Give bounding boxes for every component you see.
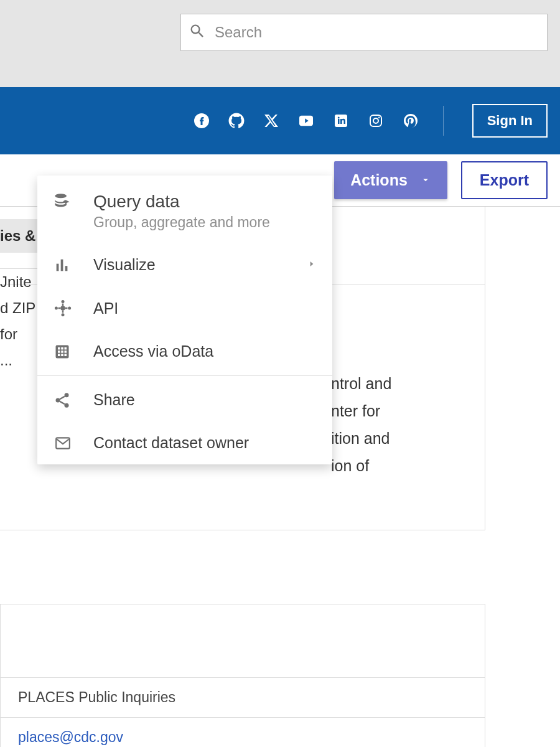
menu-divider bbox=[37, 375, 332, 376]
export-button[interactable]: Export bbox=[461, 161, 548, 199]
menu-query-title: Query data bbox=[93, 192, 316, 212]
github-icon[interactable] bbox=[228, 112, 245, 129]
actions-button[interactable]: Actions bbox=[334, 161, 447, 199]
banner: Sign In bbox=[0, 87, 560, 154]
menu-api-label: API bbox=[93, 299, 316, 317]
contact-header-spacer bbox=[1, 604, 485, 678]
svg-point-12 bbox=[62, 300, 65, 303]
menu-item-query[interactable]: Query data Group, aggregate and more bbox=[37, 176, 332, 243]
svg-point-14 bbox=[55, 307, 58, 310]
database-icon bbox=[54, 192, 76, 210]
grid-icon bbox=[54, 343, 76, 360]
sign-in-button[interactable]: Sign In bbox=[472, 104, 548, 138]
svg-point-11 bbox=[60, 306, 65, 311]
svg-point-4 bbox=[373, 118, 378, 123]
linkedin-icon[interactable] bbox=[332, 112, 350, 129]
svg-point-27 bbox=[56, 398, 60, 402]
svg-point-7 bbox=[55, 194, 67, 198]
svg-point-15 bbox=[68, 307, 71, 310]
pinterest-icon[interactable] bbox=[402, 112, 419, 129]
svg-rect-8 bbox=[57, 263, 59, 271]
svg-rect-24 bbox=[61, 354, 63, 356]
contact-email[interactable]: places@cdc.gov bbox=[1, 718, 485, 747]
chart-bar-icon bbox=[54, 256, 76, 274]
search-input[interactable] bbox=[215, 24, 539, 41]
menu-item-api[interactable]: API bbox=[37, 286, 332, 330]
svg-rect-19 bbox=[65, 347, 67, 350]
actions-dropdown: Query data Group, aggregate and more Vis… bbox=[37, 176, 332, 464]
category-chip[interactable]: ies & bbox=[0, 219, 39, 253]
menu-odata-label: Access via oData bbox=[93, 342, 316, 360]
right-text-fragment: ntrol and nter for ition and ion of bbox=[331, 370, 391, 479]
top-search-area bbox=[0, 0, 560, 87]
x-icon[interactable] bbox=[263, 112, 280, 129]
contact-name: PLACES Public Inquiries bbox=[1, 678, 485, 718]
menu-share-label: Share bbox=[93, 391, 316, 409]
search-box[interactable] bbox=[180, 14, 548, 51]
svg-rect-25 bbox=[65, 354, 67, 356]
share-icon bbox=[54, 392, 76, 409]
left-text-fragment: ies & Jnite d ZIP for ... bbox=[0, 219, 39, 374]
svg-rect-10 bbox=[65, 266, 68, 271]
menu-item-odata[interactable]: Access via oData bbox=[37, 330, 332, 373]
svg-rect-17 bbox=[58, 347, 60, 350]
svg-rect-22 bbox=[65, 350, 67, 353]
instagram-icon[interactable] bbox=[367, 112, 385, 129]
search-icon bbox=[189, 22, 206, 42]
svg-point-28 bbox=[65, 403, 69, 407]
menu-contact-label: Contact dataset owner bbox=[93, 434, 316, 452]
banner-divider bbox=[443, 106, 444, 136]
chevron-right-icon bbox=[307, 258, 316, 272]
mail-icon bbox=[54, 435, 76, 451]
menu-query-subtitle: Group, aggregate and more bbox=[93, 214, 316, 231]
svg-rect-3 bbox=[370, 115, 381, 126]
svg-point-5 bbox=[378, 117, 380, 118]
contact-section: PLACES Public Inquiries places@cdc.gov bbox=[0, 604, 485, 747]
chevron-down-icon bbox=[420, 171, 431, 189]
svg-point-26 bbox=[65, 393, 69, 397]
menu-item-contact[interactable]: Contact dataset owner bbox=[37, 421, 332, 464]
svg-rect-21 bbox=[61, 350, 63, 353]
svg-rect-18 bbox=[61, 347, 63, 350]
menu-item-share[interactable]: Share bbox=[37, 378, 332, 421]
social-row: Sign In bbox=[193, 104, 548, 138]
menu-visualize-label: Visualize bbox=[93, 256, 307, 274]
api-icon bbox=[54, 299, 76, 317]
actions-label: Actions bbox=[350, 171, 408, 189]
youtube-icon[interactable] bbox=[297, 112, 315, 129]
facebook-icon[interactable] bbox=[193, 112, 210, 129]
svg-point-13 bbox=[62, 313, 65, 316]
svg-rect-20 bbox=[58, 350, 60, 353]
menu-item-visualize[interactable]: Visualize bbox=[37, 243, 332, 286]
svg-rect-9 bbox=[61, 259, 63, 271]
svg-rect-23 bbox=[58, 354, 60, 356]
